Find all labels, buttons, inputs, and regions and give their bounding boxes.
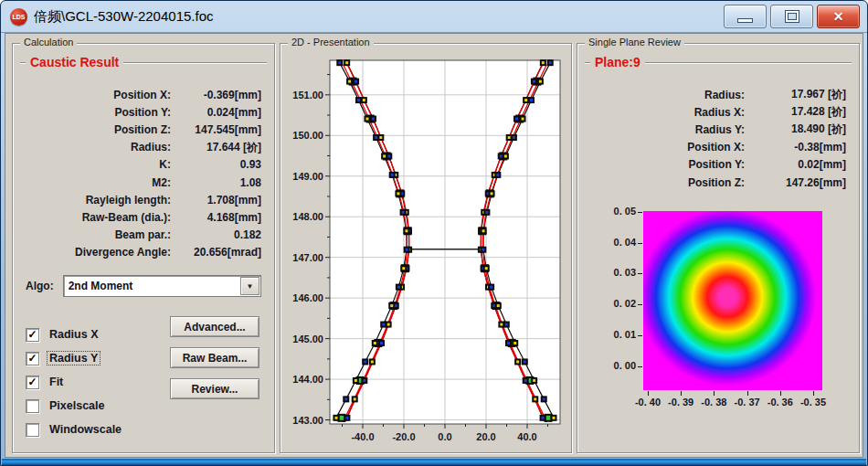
caustic-result-label: Raw-Beam (dia.): bbox=[20, 211, 171, 224]
chevron-down-icon[interactable]: ▼ bbox=[240, 277, 259, 295]
profile-x-tick-mark bbox=[813, 391, 814, 396]
svg-text:151.00: 151.00 bbox=[292, 90, 323, 101]
algo-row: Algo: 2nd Moment ▼ bbox=[26, 275, 261, 297]
checkbox-checked-icon[interactable]: ✓ bbox=[26, 352, 39, 365]
caustic-result-row-position-x: Position X:-0.369[mm] bbox=[20, 86, 267, 103]
calculation-panel-title: Calculation bbox=[20, 37, 77, 48]
caustic-result-value: -0.369[mm] bbox=[171, 89, 267, 101]
minimize-icon bbox=[737, 18, 753, 23]
svg-text:147.00: 147.00 bbox=[292, 252, 323, 263]
profile-y-tick-label: 0. 02 bbox=[583, 298, 636, 309]
caustic-result-row-m2: M2:1.08 bbox=[20, 174, 267, 191]
caustic-result-label: Position Y: bbox=[20, 106, 171, 119]
titlebar[interactable]: LDS 倍频\GCL-530W-2204015.foc ✕ bbox=[1, 1, 867, 33]
svg-text:-40.0: -40.0 bbox=[351, 431, 374, 442]
caustic-result-value: 0.182 bbox=[171, 228, 267, 241]
caustic-result-values: Position X:-0.369[mm]Position Y:0.024[mm… bbox=[20, 86, 267, 261]
caustic-result-label: K: bbox=[20, 158, 171, 171]
svg-text:145.00: 145.00 bbox=[292, 334, 323, 344]
profile-y-tick-mark bbox=[638, 212, 642, 213]
profile-y-tick-label: 0. 05 bbox=[583, 206, 636, 217]
caustic-result-row-radius: Radius:17.644 [祄] bbox=[20, 139, 267, 156]
svg-text:146.00: 146.00 bbox=[292, 292, 323, 303]
profile-y-tick-mark bbox=[638, 304, 642, 305]
caustic-result-row-position-z: Position Z:147.545[mm] bbox=[20, 121, 267, 138]
caustic-result-value: 17.644 [祄] bbox=[171, 140, 267, 155]
svg-text:20.0: 20.0 bbox=[476, 431, 495, 442]
caustic-result-label: Position X: bbox=[20, 89, 171, 101]
presentation-panel: 2D - Presentation 151.00150.00149.00148.… bbox=[280, 43, 572, 453]
caustic-result-value: 147.545[mm] bbox=[171, 123, 267, 136]
checkbox-radius-x[interactable]: ✓Radius X bbox=[26, 325, 101, 344]
profile-x-tick-mark bbox=[681, 391, 682, 396]
caustic-result-row-raw-beam-dia: Raw-Beam (dia.):4.168[mm] bbox=[20, 208, 267, 226]
checkbox-fit[interactable]: ✓Fit bbox=[26, 373, 65, 391]
advanced-button[interactable]: Advanced... bbox=[170, 316, 259, 337]
profile-y-tick-mark bbox=[638, 366, 642, 367]
close-icon: ✕ bbox=[833, 10, 844, 23]
caustic-result-label: Position Z: bbox=[20, 123, 171, 136]
window-bottom-border bbox=[2, 459, 866, 465]
beam-profile-image bbox=[643, 211, 822, 390]
caustic-result-label: Rayleigh length: bbox=[20, 194, 171, 207]
algo-selected-value: 2nd Moment bbox=[64, 280, 240, 292]
caustic-result-value: 4.168[mm] bbox=[171, 211, 267, 224]
caustic-result-label: Beam par.: bbox=[20, 228, 171, 241]
checkbox-label: Radius X bbox=[48, 328, 101, 341]
presentation-panel-title: 2D - Presentation bbox=[288, 37, 374, 48]
checkbox-pixelscale[interactable]: Pixelscale bbox=[26, 397, 106, 415]
profile-y-tick-mark bbox=[638, 335, 642, 336]
caustic-result-value: 0.024[mm] bbox=[171, 106, 267, 119]
close-button[interactable]: ✕ bbox=[817, 5, 860, 28]
profile-y-tick-mark bbox=[638, 273, 642, 274]
checkbox-windowscale[interactable]: Windowscale bbox=[26, 420, 123, 439]
checkbox-checked-icon[interactable]: ✓ bbox=[26, 328, 39, 342]
caustic-result-value: 0.93 bbox=[171, 158, 267, 171]
svg-text:40.0: 40.0 bbox=[517, 431, 536, 442]
checkbox-unchecked-icon[interactable] bbox=[26, 399, 39, 413]
profile-x-tick-label: -0. 35 bbox=[793, 397, 833, 408]
profile-y-tick-mark bbox=[638, 243, 642, 244]
maximize-button[interactable] bbox=[770, 5, 813, 28]
profile-x-tick-mark bbox=[780, 391, 781, 396]
algo-label: Algo: bbox=[26, 280, 54, 292]
caustic-result-row-rayleigh-length: Rayleigh length:1.708[mm] bbox=[20, 191, 267, 208]
caustic-result-label: Divergence Angle: bbox=[20, 246, 171, 259]
svg-text:143.00: 143.00 bbox=[292, 415, 323, 426]
beam-profile-area: 0. 050. 040. 030. 020. 010. 00-0. 40-0. … bbox=[577, 44, 859, 452]
caustic-result-heading: Caustic Result bbox=[26, 55, 123, 69]
window-title: 倍频\GCL-530W-2204015.foc bbox=[34, 8, 724, 26]
caustic-result-row-position-y: Position Y:0.024[mm] bbox=[20, 103, 267, 121]
maximize-icon bbox=[786, 11, 799, 22]
profile-x-tick-mark bbox=[714, 391, 715, 396]
caustic-result-row-k: K:0.93 bbox=[20, 156, 267, 174]
options-area: ✓Radius X✓Radius Y✓FitPixelscaleWindowsc… bbox=[26, 318, 265, 445]
svg-text:-20.0: -20.0 bbox=[392, 431, 415, 442]
profile-y-tick-label: 0. 01 bbox=[583, 329, 636, 340]
profile-y-tick-label: 0. 04 bbox=[583, 237, 636, 248]
checkbox-label: Fit bbox=[48, 376, 65, 388]
client-area: Calculation Caustic Result Position X:-0… bbox=[5, 33, 863, 458]
svg-text:149.00: 149.00 bbox=[292, 171, 323, 182]
svg-text:150.00: 150.00 bbox=[292, 130, 323, 141]
caustic-result-value: 1.08 bbox=[171, 176, 267, 189]
checkbox-unchecked-icon[interactable] bbox=[26, 423, 39, 437]
profile-x-tick-mark bbox=[648, 391, 649, 396]
caustic-result-row-beam-par: Beam par.:0.182 bbox=[20, 227, 267, 244]
caustic-result-label: M2: bbox=[20, 176, 171, 189]
minimize-button[interactable] bbox=[724, 5, 767, 28]
checkbox-checked-icon[interactable]: ✓ bbox=[26, 376, 39, 389]
caustic-result-label: Radius: bbox=[20, 141, 171, 154]
profile-x-tick-mark bbox=[747, 391, 748, 396]
checkbox-label: Pixelscale bbox=[48, 399, 106, 412]
checkbox-label: Radius Y bbox=[48, 352, 100, 365]
review-button[interactable]: Review... bbox=[170, 378, 259, 399]
checkbox-label: Windowscale bbox=[48, 423, 123, 436]
caustic-result-value: 1.708[mm] bbox=[171, 194, 267, 207]
profile-y-tick-label: 0. 00 bbox=[583, 360, 636, 371]
raw-beam-button[interactable]: Raw Beam... bbox=[170, 347, 259, 368]
svg-text:148.00: 148.00 bbox=[292, 211, 323, 222]
checkbox-radius-y[interactable]: ✓Radius Y bbox=[26, 349, 100, 367]
caustic-result-row-divergence-angle: Divergence Angle:20.656[mrad] bbox=[20, 244, 267, 261]
algo-dropdown[interactable]: 2nd Moment ▼ bbox=[63, 275, 261, 297]
